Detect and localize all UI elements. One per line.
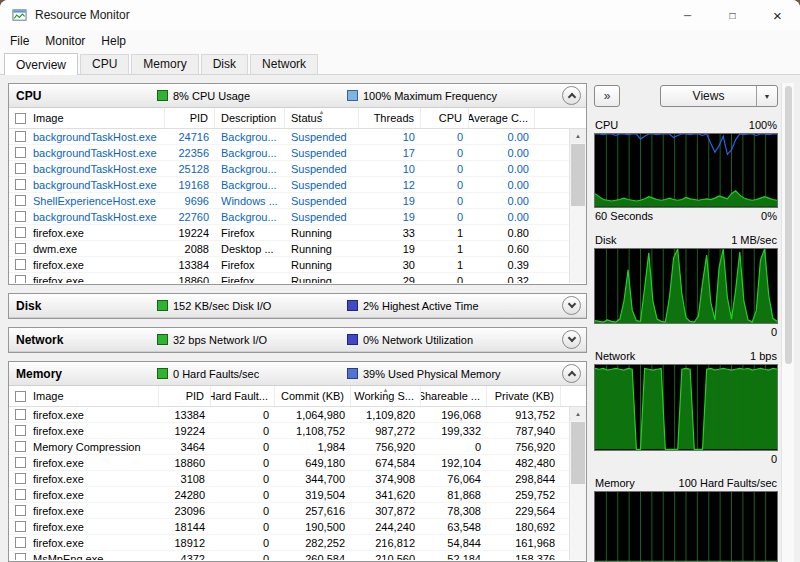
pid-cell: 18860 [159,457,211,469]
column-header-label: Image [33,112,64,124]
maximize-button[interactable]: □ [710,0,755,30]
row-checkbox[interactable] [15,211,26,222]
memory-collapse-button[interactable] [562,364,581,383]
cpu-collapse-button[interactable] [562,86,581,105]
column-header-commit[interactable]: Commit (KB) [275,386,351,406]
column-header-pid[interactable]: PID [159,386,211,406]
disk-section-header[interactable]: Disk 152 KB/sec Disk I/O 2% Highest Acti… [9,294,586,318]
column-header-status[interactable]: ▴ Status [285,108,359,128]
pid-cell: 19168 [165,179,215,191]
row-checkbox[interactable] [15,275,26,283]
tab[interactable]: CPU [80,54,129,74]
row-checkbox[interactable] [15,259,26,270]
cpu-scrollbar-thumb[interactable] [571,144,585,206]
menu-item[interactable]: File [2,31,37,51]
working-set-cell: 307,872 [351,505,421,517]
cpu-table-row[interactable]: backgroundTaskHost.exe 24716 Backgrou...… [9,129,586,145]
row-checkbox[interactable] [15,227,26,238]
disk-expand-button[interactable] [562,296,581,315]
column-header-image[interactable]: Image [9,386,159,406]
memory-table-row[interactable]: firefox.exe 19224 0 1,108,752 987,272 19… [9,423,586,439]
memory-table-row[interactable]: firefox.exe 3108 0 344,700 374,908 76,06… [9,471,586,487]
memory-table-row[interactable]: firefox.exe 18144 0 190,500 244,240 63,5… [9,519,586,535]
status-cell: Suspended [285,163,359,175]
column-header-spacer [561,386,586,406]
views-dropdown-arrow-icon[interactable]: ▼ [756,86,777,106]
graphs-panel-scrollbar[interactable] [781,83,794,562]
cpu-table-row[interactable]: firefox.exe 13384 Firefox Running 30 1 0… [9,257,586,273]
column-header-hard-faults[interactable]: Hard Fault... [211,386,275,406]
column-header-threads[interactable]: Threads [359,108,421,128]
cpu-table-row[interactable]: backgroundTaskHost.exe 22356 Backgrou...… [9,145,586,161]
process-name: firefox.exe [33,505,84,517]
cpu-table-row[interactable]: firefox.exe 19224 Firefox Running 33 1 0… [9,225,586,241]
cpu-table-row[interactable]: backgroundTaskHost.exe 22760 Backgrou...… [9,209,586,225]
menu-item[interactable]: Monitor [37,31,93,51]
status-cell: Suspended [285,195,359,207]
column-header-shareable[interactable]: Shareable ... [421,386,487,406]
network-expand-button[interactable] [562,330,581,349]
memory-table-row[interactable]: firefox.exe 18860 0 649,180 674,584 192,… [9,455,586,471]
tab[interactable]: Overview [4,53,78,75]
network-section-header[interactable]: Network 32 bps Network I/O 0% Network Ut… [9,328,586,352]
views-button[interactable]: Views ▼ [660,85,778,107]
row-checkbox[interactable] [15,441,26,452]
column-header-private[interactable]: Private (KB) [487,386,561,406]
cpu-table-row[interactable]: backgroundTaskHost.exe 25128 Backgrou...… [9,161,586,177]
row-checkbox[interactable] [15,409,26,420]
memory-table-scrollbar[interactable]: ▲ [569,407,586,560]
disk-section: Disk 152 KB/sec Disk I/O 2% Highest Acti… [8,293,587,319]
row-checkbox[interactable] [15,243,26,254]
row-checkbox[interactable] [15,163,26,174]
memory-table-row[interactable]: firefox.exe 13384 0 1,064,980 1,109,820 … [9,407,586,423]
select-all-checkbox[interactable] [15,391,26,402]
row-checkbox[interactable] [15,505,26,516]
row-checkbox[interactable] [15,473,26,484]
row-checkbox[interactable] [15,179,26,190]
memory-table-row[interactable]: MsMpEng.exe 4372 0 260,584 210,560 52,18… [9,551,586,560]
memory-section-header[interactable]: Memory 0 Hard Faults/sec 39% Used Physic… [9,362,586,386]
tab[interactable]: Network [250,54,318,74]
row-checkbox[interactable] [15,195,26,206]
select-all-checkbox[interactable] [15,113,26,124]
panel-collapse-button[interactable]: » [594,85,620,107]
cpu-section-header[interactable]: CPU 8% CPU Usage 100% Maximum Frequency [9,84,586,108]
graphs-panel-scrollbar-thumb[interactable] [785,86,792,364]
menu-item[interactable]: Help [93,31,134,51]
tab[interactable]: Memory [131,54,198,74]
scroll-up-arrow-icon[interactable]: ▲ [570,129,586,143]
column-header-average-cpu[interactable]: Average C... [469,108,535,128]
column-header-image[interactable]: Image [9,108,165,128]
cpu-table-row[interactable]: firefox.exe 18860 Firefox Running 29 0 0… [9,273,586,283]
memory-table-row[interactable]: Memory Compression 3464 0 1,984 756,920 … [9,439,586,455]
column-header-working-set[interactable]: ▴ Working S... [351,386,421,406]
memory-table-row[interactable]: firefox.exe 23096 0 257,616 307,872 78,3… [9,503,586,519]
pid-cell: 24280 [159,489,211,501]
tab[interactable]: Disk [201,54,248,74]
row-checkbox[interactable] [15,553,26,560]
row-checkbox[interactable] [15,131,26,142]
cpu-table-row[interactable]: backgroundTaskHost.exe 19168 Backgrou...… [9,177,586,193]
memory-table-row[interactable]: firefox.exe 24280 0 319,504 341,620 81,8… [9,487,586,503]
row-checkbox[interactable] [15,537,26,548]
cpu-table-row[interactable]: ShellExperienceHost.exe 9696 Windows ...… [9,193,586,209]
row-checkbox[interactable] [15,147,26,158]
process-name: dwm.exe [33,243,77,255]
memory-table-row[interactable]: firefox.exe 18912 0 282,252 216,812 54,8… [9,535,586,551]
column-header-description[interactable]: Description [215,108,285,128]
column-header-cpu[interactable]: CPU [421,108,469,128]
column-header-pid[interactable]: PID [165,108,215,128]
row-checkbox[interactable] [15,457,26,468]
memory-scrollbar-thumb[interactable] [571,422,585,484]
cpu-table-scrollbar[interactable]: ▲ [569,129,586,283]
scroll-up-arrow-icon[interactable]: ▲ [570,407,586,421]
hard-faults-cell: 0 [211,441,275,453]
row-checkbox[interactable] [15,521,26,532]
description-cell: Backgrou... [215,131,285,143]
row-checkbox[interactable] [15,489,26,500]
row-checkbox[interactable] [15,425,26,436]
cpu-table-row[interactable]: dwm.exe 2088 Desktop ... Running 19 1 0.… [9,241,586,257]
hard-faults-cell: 0 [211,425,275,437]
close-button[interactable]: × [755,0,800,30]
minimize-button[interactable]: ─ [665,0,710,30]
